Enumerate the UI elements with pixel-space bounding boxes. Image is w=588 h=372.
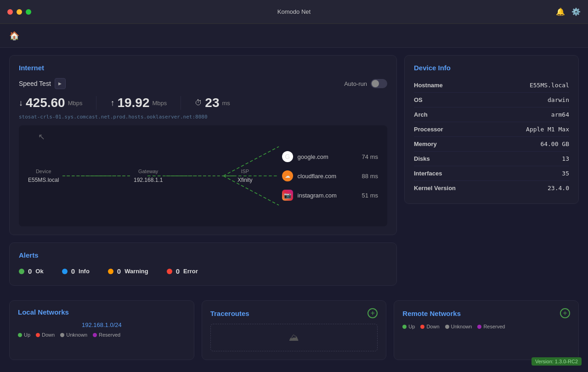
auto-run-label: Auto-run	[344, 80, 367, 87]
internet-card: Internet Speed Test Auto-run ↓ 425.60 Mb…	[9, 55, 397, 235]
alert-info: 0 Info	[62, 267, 90, 275]
maximize-button[interactable]	[26, 9, 31, 15]
info-row-arch: Arch arm64	[414, 107, 569, 122]
disks-key: Disks	[414, 155, 430, 162]
isp-value: Xfinity	[237, 177, 253, 183]
gateway-node: Gateway 192.168.1.1	[134, 169, 163, 183]
dest-google-ms: 74 ms	[362, 153, 378, 160]
error-dot	[167, 269, 172, 274]
ping-metric: ⏱ 23 ms	[195, 96, 230, 110]
warning-dot	[108, 269, 113, 274]
internet-title: Internet	[19, 64, 387, 72]
local-networks-legend: Up Down Unknown Reserved	[18, 332, 186, 338]
alert-ok: 0 Ok	[19, 267, 44, 275]
ping-icon: ⏱	[195, 99, 202, 107]
metric-separator-2	[181, 96, 181, 110]
arch-key: Arch	[414, 111, 428, 118]
info-row-interfaces: Interfaces 35	[414, 166, 569, 181]
download-metric: ↓ 425.60 Mbps	[19, 96, 82, 110]
speed-test-label: Speed Test	[19, 78, 66, 89]
upload-value: 19.92	[117, 96, 149, 110]
ok-count: 0	[28, 267, 32, 275]
speed-test-text: Speed Test	[19, 80, 51, 87]
speed-metrics: ↓ 425.60 Mbps ↑ 19.92 Mbps ⏱ 23 ms	[19, 96, 387, 110]
processor-val: Apple M1 Max	[526, 126, 569, 133]
app-title: Komodo Net	[277, 8, 311, 15]
main-content: Internet Speed Test Auto-run ↓ 425.60 Mb…	[0, 48, 588, 293]
down-label: Down	[42, 332, 55, 338]
dest-instagram: 📷 instagram.com 51 ms	[282, 190, 378, 201]
remote-networks-legend: Up Down Unknown Reserved	[402, 324, 570, 329]
local-networks-header: Local Networks	[18, 308, 186, 316]
reserved-label: Reserved	[99, 332, 120, 338]
play-button[interactable]	[55, 78, 66, 89]
warning-count: 0	[117, 267, 121, 275]
upload-unit: Mbps	[153, 100, 167, 107]
toolbar: 🏠	[0, 24, 588, 48]
remote-down-label: Down	[426, 324, 439, 329]
info-count: 0	[71, 267, 75, 275]
traceroutes-header: Traceroutes +	[210, 308, 378, 318]
minimize-button[interactable]	[17, 9, 22, 15]
alerts-title: Alerts	[19, 251, 387, 259]
remote-legend-down: Down	[420, 324, 439, 329]
nodes-row: Device E55MS.local Gateway 192.168.1.1 I…	[19, 151, 387, 201]
local-networks-card: Local Networks 192.168.1.0/24 Up Down Un…	[9, 300, 194, 360]
remote-legend-reserved: Reserved	[477, 324, 505, 329]
device-info-table: Hostname E55MS.local OS darwin Arch arm6…	[414, 78, 569, 195]
remote-networks-add-button[interactable]: +	[560, 308, 570, 318]
warning-label: Warning	[124, 268, 148, 275]
error-label: Error	[183, 268, 198, 275]
gateway-value: 192.168.1.1	[134, 177, 163, 183]
memory-val: 64.00 GB	[540, 141, 569, 147]
line-gateway-isp	[166, 175, 234, 176]
down-dot	[36, 333, 40, 337]
kernel-key: Kernel Version	[414, 185, 456, 192]
remote-networks-header: Remote Networks +	[402, 308, 570, 318]
device-info-card: Device Info Hostname E55MS.local OS darw…	[404, 55, 579, 204]
remote-networks-card: Remote Networks + Up Down Unknown Reserv…	[394, 300, 579, 360]
remote-down-dot	[420, 325, 424, 329]
device-node: Device E55MS.local	[28, 169, 59, 183]
processor-key: Processor	[414, 126, 443, 133]
close-button[interactable]	[7, 9, 13, 15]
os-key: OS	[414, 96, 423, 103]
alerts-card: Alerts 0 Ok 0 Info 0 Warning	[9, 242, 397, 286]
interfaces-val: 35	[562, 170, 569, 177]
device-label: Device	[36, 169, 51, 174]
remote-up-label: Up	[408, 324, 415, 329]
alerts-items: 0 Ok 0 Info 0 Warning 0 Error	[19, 265, 387, 277]
dest-google-name: google.com	[298, 153, 357, 160]
traceroutes-add-button[interactable]: +	[368, 308, 378, 318]
dest-instagram-ms: 51 ms	[362, 192, 378, 199]
alert-error: 0 Error	[167, 267, 198, 275]
up-label: Up	[24, 332, 30, 338]
auto-run-toggle[interactable]	[371, 79, 387, 88]
disks-val: 13	[562, 155, 569, 162]
remote-legend-unknown: Unknown	[445, 324, 472, 329]
dest-cloudflare-name: cloudflare.com	[298, 173, 357, 180]
traceroutes-card: Traceroutes + ⛰	[202, 300, 387, 360]
bell-icon[interactable]: 🔔	[556, 7, 565, 16]
arch-val: arm64	[551, 111, 569, 118]
traffic-lights	[7, 9, 31, 15]
ping-value: 23	[205, 96, 219, 110]
ok-dot	[19, 269, 24, 274]
remote-reserved-dot	[477, 325, 481, 329]
bottom-row: Local Networks 192.168.1.0/24 Up Down Un…	[0, 300, 588, 367]
legend-down: Down	[36, 332, 55, 338]
gear-icon[interactable]: ⚙️	[571, 7, 581, 16]
info-row-disks: Disks 13	[414, 152, 569, 166]
destinations: G google.com 74 ms ☁ cloudflare.com 88 m…	[282, 151, 378, 201]
unknown-label: Unknown	[66, 332, 87, 338]
device-value: E55MS.local	[28, 177, 59, 183]
remote-up-dot	[402, 325, 407, 329]
auto-run-area: Auto-run	[344, 79, 387, 88]
remote-legend-up: Up	[402, 324, 415, 329]
instagram-icon: 📷	[282, 190, 293, 201]
cursor-indicator: ↖	[38, 132, 45, 142]
server-url: stosat-crls-01.sys.comcast.net.prod.host…	[19, 114, 387, 120]
isp-node: ISP Xfinity	[237, 169, 253, 183]
error-count: 0	[176, 267, 180, 275]
home-icon[interactable]: 🏠	[9, 31, 19, 41]
